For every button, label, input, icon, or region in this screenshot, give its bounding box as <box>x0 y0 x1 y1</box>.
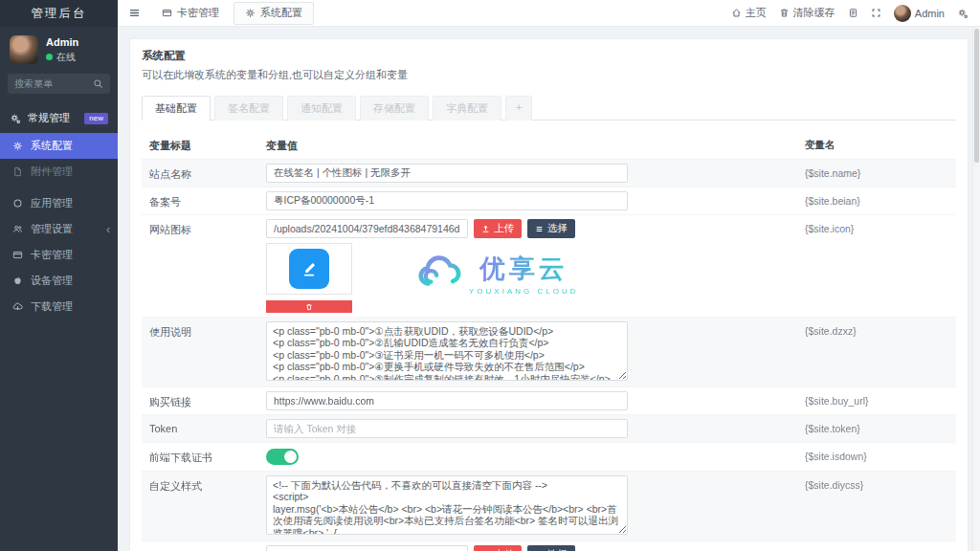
topbar-tab-card-keys[interactable]: 卡密管理 <box>151 0 230 27</box>
upload-button[interactable]: 上传 <box>474 545 522 551</box>
tab-notify-config[interactable]: 通知配置 <box>287 96 356 121</box>
row-var-name: {$site.diycss} <box>805 475 948 491</box>
settings-button[interactable] <box>957 8 969 19</box>
config-table: 变量标题 变量值 变量名 站点名称 {$site.name} 备案号 {$sit… <box>142 133 956 551</box>
search-icon <box>93 78 103 89</box>
credit-card-icon <box>162 8 172 18</box>
online-dot-icon <box>46 54 53 60</box>
menu-search-input[interactable] <box>14 78 93 89</box>
site-name-input[interactable] <box>266 164 628 183</box>
buy-url-input[interactable] <box>266 391 628 410</box>
choose-button[interactable]: 选择 <box>527 219 575 238</box>
token-input[interactable] <box>266 419 628 438</box>
online-label: 在线 <box>56 51 76 64</box>
sidebar-item-label: 下载管理 <box>31 299 73 314</box>
user-avatar[interactable] <box>10 35 38 64</box>
upload-label: 上传 <box>494 222 514 235</box>
topbar-tab-system-config[interactable]: 系统配置 <box>234 2 314 25</box>
app-title: 管理后台 <box>0 0 118 27</box>
gear-icon <box>245 8 256 18</box>
page-scrollbar[interactable] <box>972 27 980 551</box>
sidebar-item-apps[interactable]: 应用管理 <box>0 190 118 216</box>
sidebar-item-label: 应用管理 <box>31 196 73 210</box>
scrollbar-thumb[interactable] <box>974 29 979 163</box>
fullscreen-button[interactable] <box>871 8 881 18</box>
beian-input[interactable] <box>266 191 628 210</box>
table-row: 轮播图 上传 选择 <box>142 540 956 551</box>
language-button[interactable] <box>848 8 858 18</box>
sidebar-item-label: 附件管理 <box>31 165 73 179</box>
app-icon-image <box>289 249 329 289</box>
page-title: 系统配置 <box>142 49 956 63</box>
row-label: 前端下载证书 <box>149 447 266 465</box>
sidebar-item-label: 管理设置 <box>31 222 73 236</box>
expand-icon <box>871 8 881 18</box>
site-icon-preview <box>266 243 805 313</box>
delete-icon-button[interactable] <box>266 300 352 313</box>
home-icon <box>731 8 742 18</box>
sidebar-toggle-button[interactable] <box>118 7 151 19</box>
sidebar-item-downloads[interactable]: 下载管理 <box>0 294 118 320</box>
tab-dictionary-config[interactable]: 字典配置 <box>433 96 501 121</box>
hamburger-icon <box>128 7 141 19</box>
home-link[interactable]: 主页 <box>731 6 767 20</box>
table-row: 购买链接 {$site.buy_url} <box>142 386 956 414</box>
row-label: 网站图标 <box>149 219 266 237</box>
tab-basic-config[interactable]: 基础配置 <box>142 96 211 121</box>
user-name: Admin <box>46 36 78 48</box>
pencil-icon <box>299 258 320 279</box>
user-panel: Admin 在线 <box>0 27 118 70</box>
tab-storage-config[interactable]: 存储配置 <box>360 96 429 121</box>
sidebar-item-general[interactable]: 常规管理 new <box>0 105 118 133</box>
table-row: 站点名称 {$site.name} <box>142 159 956 187</box>
topbar-tab-label: 卡密管理 <box>177 6 219 20</box>
column-header: 变量名 <box>805 139 948 152</box>
user-menu[interactable]: Admin <box>894 5 945 22</box>
clear-cache-label: 清除缓存 <box>793 6 835 20</box>
download-cert-toggle[interactable] <box>266 449 299 465</box>
row-label: 备案号 <box>149 191 266 209</box>
row-var-name: {$site.isdown} <box>805 447 948 462</box>
sidebar-item-card-keys[interactable]: 卡密管理 <box>0 242 118 268</box>
site-icon-input[interactable] <box>266 219 468 238</box>
page-subtitle: 可以在此增改系统的变量和分组,也可以自定义分组和变量 <box>142 68 956 82</box>
row-label: Token <box>149 419 266 434</box>
trash-icon <box>779 8 790 18</box>
sidebar-item-system-config[interactable]: 系统配置 <box>0 133 118 159</box>
topbar-avatar <box>894 5 911 22</box>
sidebar-item-label: 卡密管理 <box>31 248 73 262</box>
usage-description-textarea[interactable]: <p class="pb-0 mb-0">①点击获取UDID，获取您设备UDID… <box>266 321 628 381</box>
file-icon <box>12 166 23 177</box>
topbar-right: 主页 清除缓存 Admin <box>731 5 980 22</box>
home-label: 主页 <box>746 6 767 20</box>
column-header: 变量标题 <box>149 139 266 153</box>
choose-button[interactable]: 选择 <box>527 545 575 551</box>
sidebar-item-devices[interactable]: 设备管理 <box>0 268 118 294</box>
config-tabs: 基础配置 签名配置 通知配置 存储配置 字典配置 + <box>142 95 956 121</box>
sidebar-item-admin-settings[interactable]: 管理设置 ‹ <box>0 216 118 242</box>
upload-button[interactable]: 上传 <box>474 219 522 238</box>
topbar-username: Admin <box>915 8 945 19</box>
row-var-name: {$site.lbimg} <box>805 545 948 551</box>
row-var-name: {$site.dzxz} <box>805 321 948 337</box>
row-var-name: {$site.icon} <box>805 219 948 234</box>
sidebar-search <box>8 74 110 94</box>
sidebar-item-label: 系统配置 <box>31 139 73 153</box>
row-var-name: {$site.name} <box>805 164 948 179</box>
sidebar-item-attachments[interactable]: 附件管理 <box>0 159 118 185</box>
tab-add-group-button[interactable]: + <box>505 96 532 121</box>
carousel-input[interactable] <box>266 545 468 551</box>
main-content: 系统配置 可以在此增改系统的变量和分组,也可以自定义分组和变量 基础配置 签名配… <box>118 27 980 551</box>
site-icon-thumbnail[interactable] <box>266 243 352 295</box>
trash-icon <box>305 303 313 311</box>
clear-cache-link[interactable]: 清除缓存 <box>779 6 835 20</box>
sidebar: 管理后台 Admin 在线 常规管理 new 系统配置 <box>0 0 118 551</box>
table-row: 自定义样式 <!-- 下面为默认公告代码，不喜欢的可以直接清空下面内容 --> … <box>142 471 956 540</box>
sidebar-item-label: 设备管理 <box>31 274 73 288</box>
tab-sign-config[interactable]: 签名配置 <box>214 96 283 121</box>
topbar-tab-label: 系统配置 <box>260 6 302 20</box>
gear-icon <box>12 141 23 151</box>
document-icon <box>848 8 858 18</box>
toggle-knob <box>284 451 297 463</box>
custom-style-textarea[interactable]: <!-- 下面为默认公告代码，不喜欢的可以直接清空下面内容 --> <scrip… <box>266 475 628 535</box>
